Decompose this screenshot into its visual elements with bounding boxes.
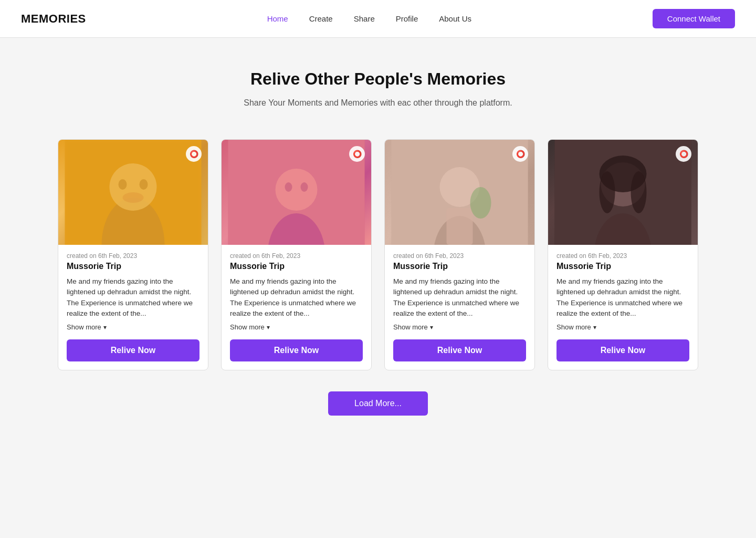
- load-more-container: Load More...: [58, 391, 698, 416]
- nav-create[interactable]: Create: [309, 14, 333, 23]
- card-photo-svg-2: [222, 140, 371, 245]
- connect-wallet-button[interactable]: Connect Wallet: [653, 9, 735, 28]
- svg-point-18: [470, 187, 491, 219]
- card-date-2: created on 6th Feb, 2023: [230, 252, 363, 260]
- card-image-2: [222, 140, 371, 245]
- card-title-4: Mussorie Trip: [556, 262, 689, 271]
- card-image-container-1: ⭕: [58, 140, 208, 245]
- card-date-1: created on 6th Feb, 2023: [67, 252, 200, 260]
- card-body-4: created on 6th Feb, 2023 Mussorie Trip M…: [548, 245, 698, 370]
- page-subtitle: Share Your Moments and Memories with eac…: [58, 98, 698, 108]
- card-date-4: created on 6th Feb, 2023: [556, 252, 689, 260]
- svg-rect-6: [65, 140, 202, 245]
- card-badge-2: ⭕: [349, 146, 365, 162]
- svg-point-24: [600, 171, 615, 213]
- svg-rect-17: [447, 208, 473, 245]
- chevron-down-icon-4: ▾: [593, 324, 596, 331]
- card-image-4: [548, 140, 698, 245]
- card-image-container-3: ⭕: [385, 140, 534, 245]
- card-photo-svg-3: [385, 140, 534, 245]
- load-more-button[interactable]: Load More...: [328, 391, 428, 416]
- card-title-2: Mussorie Trip: [230, 262, 363, 271]
- card-title-1: Mussorie Trip: [67, 262, 200, 271]
- card-image-3: [385, 140, 534, 245]
- nav-home[interactable]: Home: [267, 14, 288, 23]
- main-content: Relive Other People's Memories Share You…: [37, 38, 719, 458]
- relive-now-button-4[interactable]: Relive Now: [556, 339, 689, 361]
- show-more-button-2[interactable]: Show more ▾: [230, 323, 363, 331]
- card-description-4: Me and my friends gazing into the lighte…: [556, 276, 689, 319]
- show-more-button-4[interactable]: Show more ▾: [556, 323, 689, 331]
- card-body-2: created on 6th Feb, 2023 Mussorie Trip M…: [222, 245, 371, 370]
- nav-profile[interactable]: Profile: [396, 14, 418, 23]
- nav-about-us[interactable]: About Us: [439, 14, 471, 23]
- card-description-1: Me and my friends gazing into the lighte…: [67, 276, 200, 319]
- nav-share[interactable]: Share: [354, 14, 375, 23]
- svg-point-10: [276, 169, 318, 211]
- cards-grid: ⭕ created on 6th Feb, 2023 Mussorie Trip…: [58, 139, 698, 370]
- card-photo-svg-4: [548, 140, 698, 245]
- card-badge-3: ⭕: [512, 146, 528, 162]
- relive-now-button-2[interactable]: Relive Now: [230, 339, 363, 361]
- header: MEMORIES Home Create Share Profile About…: [0, 0, 756, 38]
- svg-point-11: [285, 182, 292, 192]
- card-description-2: Me and my friends gazing into the lighte…: [230, 276, 363, 319]
- svg-point-12: [301, 182, 308, 192]
- card-date-3: created on 6th Feb, 2023: [393, 252, 526, 260]
- card-badge-1: ⭕: [186, 146, 202, 162]
- chevron-down-icon-1: ▾: [103, 324, 107, 331]
- card-image-container-4: ⭕: [548, 140, 698, 245]
- relive-now-button-3[interactable]: Relive Now: [393, 339, 526, 361]
- page-title: Relive Other People's Memories: [58, 69, 698, 89]
- memory-card-4: ⭕ created on 6th Feb, 2023 Mussorie Trip…: [548, 139, 698, 370]
- card-title-3: Mussorie Trip: [393, 262, 526, 271]
- show-more-button-3[interactable]: Show more ▾: [393, 323, 526, 331]
- chevron-down-icon-2: ▾: [267, 324, 270, 331]
- memory-card-3: ⭕ created on 6th Feb, 2023 Mussorie Trip…: [384, 139, 535, 370]
- card-body-1: created on 6th Feb, 2023 Mussorie Trip M…: [58, 245, 208, 370]
- show-more-button-1[interactable]: Show more ▾: [67, 323, 200, 331]
- card-badge-4: ⭕: [676, 146, 691, 162]
- relive-now-button-1[interactable]: Relive Now: [67, 339, 200, 361]
- card-body-3: created on 6th Feb, 2023 Mussorie Trip M…: [385, 245, 534, 370]
- card-image-1: [58, 140, 208, 245]
- card-image-container-2: ⭕: [222, 140, 371, 245]
- chevron-down-icon-3: ▾: [430, 324, 433, 331]
- memory-card-2: ⭕ created on 6th Feb, 2023 Mussorie Trip…: [221, 139, 372, 370]
- navigation: Home Create Share Profile About Us: [267, 14, 471, 23]
- svg-point-25: [631, 171, 647, 213]
- card-photo-svg-1: [58, 140, 208, 245]
- logo: MEMORIES: [21, 12, 86, 26]
- card-description-3: Me and my friends gazing into the lighte…: [393, 276, 526, 319]
- memory-card-1: ⭕ created on 6th Feb, 2023 Mussorie Trip…: [58, 139, 208, 370]
